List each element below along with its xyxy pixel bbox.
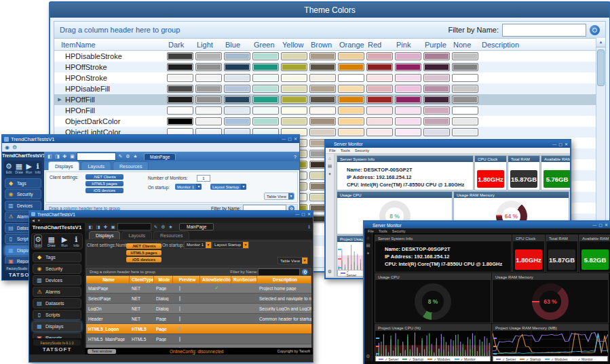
color-swatch-light[interactable] <box>195 96 222 104</box>
display-row-header[interactable]: HeaderNETPageCommon header for startup l… <box>86 314 311 324</box>
startup-layout-select[interactable]: Layout Startup▼ <box>212 241 249 249</box>
datasets-icon[interactable]: ▤ <box>366 243 370 248</box>
column-header-runsecurity[interactable]: RunSecurity <box>231 276 257 283</box>
color-swatch-purple[interactable] <box>423 52 450 60</box>
sidebar-item-security[interactable]: ◉Security <box>5 189 41 199</box>
column-header-yellow[interactable]: Yellow <box>281 41 309 49</box>
client-button-ios-devices[interactable]: iOS devices <box>85 188 123 193</box>
color-swatch-dark[interactable] <box>167 117 193 125</box>
legend-item[interactable]: ✓ Startup <box>520 357 541 361</box>
home-icon[interactable]: ⌂ <box>328 156 331 161</box>
color-swatch-dark[interactable] <box>167 74 193 82</box>
color-swatch-orange[interactable] <box>338 85 364 93</box>
scroll-thumb[interactable] <box>597 49 605 86</box>
title-bar[interactable]: Server Monitor —▢✕ <box>326 140 570 148</box>
color-swatch-red[interactable] <box>366 106 393 115</box>
column-header-brown[interactable]: Brown <box>309 41 338 49</box>
legend-item[interactable]: ✓ Server <box>496 357 516 361</box>
menu-security[interactable]: Security <box>355 148 370 153</box>
color-swatch-yellow[interactable] <box>281 63 307 71</box>
color-swatch-none[interactable] <box>452 63 478 71</box>
legend-item[interactable]: ✓ Server <box>379 357 398 361</box>
test-window-button[interactable]: Test window <box>88 349 116 354</box>
sidebar-item-tags[interactable]: ◆Tags <box>5 178 41 188</box>
toolbar-icon-2[interactable]: ✚ <box>62 154 68 159</box>
color-swatch-brown[interactable] <box>309 63 336 71</box>
legend-item[interactable]: ✓ Startup <box>402 357 423 361</box>
column-header-blue[interactable]: Blue <box>224 41 252 49</box>
color-swatch-orange[interactable] <box>338 106 364 115</box>
menu-tools[interactable]: Tools <box>341 148 350 153</box>
color-swatch-light[interactable] <box>195 63 222 71</box>
title-bar[interactable]: Server Monitor —▢✕ <box>364 222 610 228</box>
toolbar-icon-1[interactable]: ◨ <box>95 224 101 230</box>
title-bar[interactable]: TrendChartTestsV1 —▢✕ <box>2 135 299 143</box>
sidebar-item-security[interactable]: ◉Security <box>33 264 81 274</box>
app-menu-icon[interactable]: ◉ <box>5 144 9 150</box>
theme-row[interactable]: HPOffStroke <box>54 62 605 73</box>
color-swatch-green[interactable] <box>252 52 279 60</box>
close-icon[interactable]: ✕ <box>294 136 297 142</box>
filter-input[interactable] <box>502 24 586 37</box>
column-header-clienttype[interactable]: ClientType <box>130 276 154 283</box>
info-mode-button[interactable]: ℹInfo <box>35 162 41 174</box>
color-swatch-brown[interactable] <box>309 85 336 93</box>
color-swatch-orange[interactable] <box>338 128 364 136</box>
color-swatch-brown[interactable] <box>309 128 336 136</box>
theme-row[interactable]: ObjectDarkColor <box>54 116 605 127</box>
client-button--net-clients[interactable]: .NET Clients <box>85 174 123 180</box>
client-button-html5-pages[interactable]: HTML5 pages <box>85 181 123 186</box>
settings-icon[interactable]: ⚙ <box>12 144 17 150</box>
minimize-icon[interactable]: — <box>592 222 596 228</box>
color-swatch-purple[interactable] <box>423 63 450 71</box>
sidebar-item-scripts[interactable]: ▯Scripts <box>33 310 81 320</box>
color-swatch-blue[interactable] <box>224 63 250 71</box>
tab-displays[interactable]: Displays <box>48 161 79 170</box>
help-icon[interactable]: ℹ <box>308 224 310 230</box>
title-bar[interactable]: TrendChartTestsV1 —▢✕ <box>29 211 313 218</box>
column-header-green[interactable]: Green <box>252 41 281 49</box>
sidebar-item-reports[interactable]: ▣Reports <box>33 333 81 338</box>
color-swatch-none[interactable] <box>452 74 478 82</box>
draw-mode-button[interactable]: ▦Draw <box>47 235 56 247</box>
toolbar-icon-3[interactable]: ▣ <box>110 224 116 230</box>
menu-security[interactable]: Security <box>392 229 406 233</box>
color-swatch-blue[interactable] <box>224 96 250 104</box>
theme-row[interactable]: HPOnFill <box>54 105 605 116</box>
menu-file[interactable]: File <box>329 148 336 153</box>
toolbar-icon-0[interactable]: ◧ <box>47 154 53 159</box>
maximize-icon[interactable]: ▢ <box>288 136 292 142</box>
color-swatch-pink[interactable] <box>395 106 421 115</box>
view-selector[interactable]: Table View▼ <box>264 193 294 200</box>
column-header-mode[interactable]: Mode <box>154 276 173 283</box>
tab-resources[interactable]: Resources <box>153 231 189 239</box>
theme-row[interactable]: HPOnStroke <box>54 73 605 83</box>
scroll-up-icon[interactable]: ▲ <box>596 38 605 47</box>
menu-tools[interactable]: Tools <box>379 229 387 233</box>
color-swatch-red[interactable] <box>366 96 393 104</box>
color-swatch-dark[interactable] <box>167 106 193 115</box>
theme-row[interactable]: ▶HPOffFill <box>54 94 605 105</box>
color-swatch-purple[interactable] <box>423 96 450 104</box>
color-swatch-blue[interactable] <box>224 52 250 60</box>
display-row-selectpage[interactable]: SelectPageNETDialogSelected and navigate… <box>86 294 311 304</box>
legend-item[interactable]: ✓ Monitor <box>572 357 593 361</box>
color-swatch-green[interactable] <box>252 106 279 115</box>
toolbar-icon-1[interactable]: ◨ <box>54 154 60 159</box>
tools-icon[interactable]: ✦ <box>328 171 331 177</box>
window-controls[interactable]: —▢✕ <box>592 222 608 228</box>
sidebar-item-displays[interactable]: ▦Displays <box>33 321 81 331</box>
color-swatch-yellow[interactable] <box>281 74 307 82</box>
sidebar-item-tags[interactable]: ◆Tags <box>33 252 81 262</box>
theme-row[interactable]: HPDisableStroke <box>54 51 605 62</box>
legend-item[interactable]: ✓ Modules <box>427 357 450 361</box>
color-swatch-brown[interactable] <box>309 96 336 104</box>
color-swatch-orange[interactable] <box>338 74 364 82</box>
color-swatch-red[interactable] <box>366 74 393 82</box>
startup-monitor-select[interactable]: Monitor 1▼ <box>184 241 212 249</box>
color-swatch-yellow[interactable] <box>281 117 307 125</box>
column-header-itemname[interactable]: ItemName <box>54 41 167 49</box>
column-header-orange[interactable]: Orange <box>338 41 366 49</box>
close-icon[interactable]: ✕ <box>565 142 568 147</box>
color-swatch-red[interactable] <box>366 63 393 71</box>
